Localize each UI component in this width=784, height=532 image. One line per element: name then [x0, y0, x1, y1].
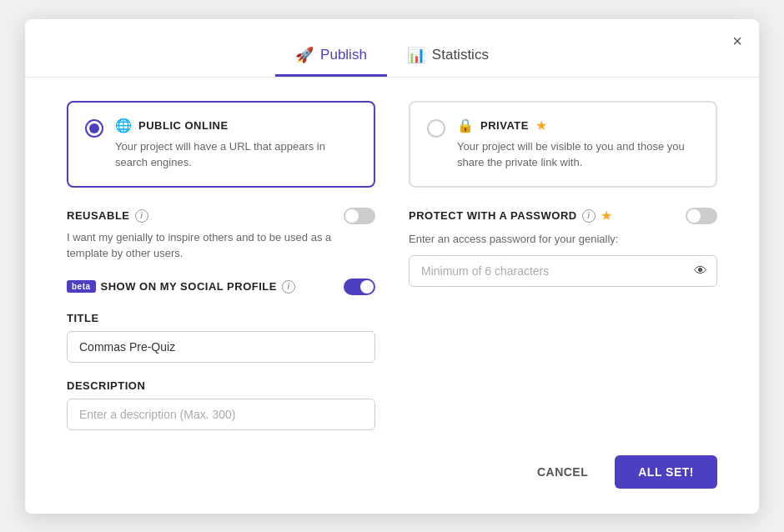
password-row: PROTECT WITH A PASSWORD i ★ [409, 208, 717, 224]
password-input-wrapper: 👁 [409, 255, 717, 287]
reusable-info-icon[interactable]: i [135, 209, 148, 223]
radio-public[interactable] [85, 119, 103, 138]
reusable-label: REUSABLE [67, 209, 130, 222]
modal-footer: CANCEL ALL SET! [25, 447, 759, 489]
col-right: 🔒 PRIVATE ★ Your project will be visible… [409, 101, 717, 188]
reusable-toggle[interactable] [344, 208, 375, 224]
password-label-group: PROTECT WITH A PASSWORD i ★ [409, 208, 612, 223]
cancel-button[interactable]: CANCEL [524, 457, 601, 487]
password-toggle-knob [687, 209, 701, 223]
allset-button[interactable]: ALL SET! [615, 455, 717, 489]
settings-row: REUSABLE i I want my genially to inspire… [67, 208, 717, 430]
option-private-title: PRIVATE [480, 119, 529, 132]
reusable-toggle-knob [345, 209, 359, 223]
option-card-private[interactable]: 🔒 PRIVATE ★ Your project will be visible… [409, 101, 717, 188]
reusable-section: REUSABLE i I want my genially to inspire… [67, 208, 375, 262]
radio-public-inner [89, 123, 99, 133]
password-sub-label: Enter an access password for your genial… [409, 231, 717, 248]
option-card-public[interactable]: 🌐 PUBLIC ONLINE Your project will have a… [67, 101, 375, 188]
password-star-icon: ★ [601, 208, 612, 223]
reusable-desc: I want my genially to inspire others and… [67, 229, 375, 262]
social-profile-section: beta SHOW ON MY SOCIAL PROFILE i [67, 279, 375, 295]
private-star-icon: ★ [535, 118, 547, 133]
radio-private[interactable] [427, 119, 445, 138]
publish-modal: 🚀 Publish 📊 Statistics × 🌐 [25, 19, 759, 514]
left-settings-col: REUSABLE i I want my genially to inspire… [67, 208, 375, 430]
password-label: PROTECT WITH A PASSWORD [409, 209, 577, 222]
option-private-title-row: 🔒 PRIVATE ★ [457, 118, 699, 133]
description-group: DESCRIPTION [67, 379, 375, 430]
social-profile-toggle-knob [360, 280, 374, 294]
tab-bar: 🚀 Publish 📊 Statistics [275, 36, 509, 77]
tab-publish-label: Publish [320, 47, 367, 63]
option-public-title-row: 🌐 PUBLIC ONLINE [115, 118, 357, 133]
option-public-desc: Your project will have a URL that appear… [115, 138, 357, 171]
reusable-row: REUSABLE i [67, 208, 375, 224]
option-cards-row: 🌐 PUBLIC ONLINE Your project will have a… [67, 101, 717, 188]
tab-statistics-label: Statistics [432, 47, 489, 63]
social-profile-info-icon[interactable]: i [282, 280, 295, 294]
password-section: PROTECT WITH A PASSWORD i ★ Enter an acc… [409, 208, 717, 288]
tab-publish[interactable]: 🚀 Publish [275, 36, 387, 77]
title-input[interactable] [67, 331, 375, 363]
close-button[interactable]: × [732, 33, 742, 49]
social-profile-label-group: beta SHOW ON MY SOCIAL PROFILE i [67, 280, 295, 294]
social-profile-label: SHOW ON MY SOCIAL PROFILE [101, 280, 277, 293]
beta-badge: beta [67, 280, 96, 293]
social-profile-toggle[interactable] [344, 279, 375, 295]
tab-statistics[interactable]: 📊 Statistics [387, 36, 509, 77]
title-label: TITLE [67, 312, 375, 324]
lock-icon: 🔒 [457, 118, 474, 133]
title-group: TITLE [67, 312, 375, 363]
social-profile-row: beta SHOW ON MY SOCIAL PROFILE i [67, 279, 375, 295]
option-public-content: 🌐 PUBLIC ONLINE Your project will have a… [115, 118, 357, 171]
eye-icon[interactable]: 👁 [694, 263, 707, 279]
password-info-icon[interactable]: i [582, 209, 596, 223]
password-input[interactable] [409, 255, 717, 287]
option-private-content: 🔒 PRIVATE ★ Your project will be visible… [457, 118, 699, 171]
right-settings-col: PROTECT WITH A PASSWORD i ★ Enter an acc… [409, 208, 717, 430]
reusable-label-group: REUSABLE i [67, 209, 148, 223]
col-left: 🌐 PUBLIC ONLINE Your project will have a… [67, 101, 375, 188]
option-public-title: PUBLIC ONLINE [138, 119, 229, 132]
modal-body: 🌐 PUBLIC ONLINE Your project will have a… [25, 78, 759, 447]
publish-icon: 🚀 [295, 46, 314, 64]
globe-icon: 🌐 [115, 118, 132, 133]
password-toggle[interactable] [686, 208, 717, 224]
statistics-icon: 📊 [407, 46, 425, 64]
description-label: DESCRIPTION [67, 379, 375, 392]
option-private-desc: Your project will be visible to you and … [457, 138, 699, 171]
description-input[interactable] [67, 399, 375, 430]
modal-header: 🚀 Publish 📊 Statistics × [25, 19, 759, 78]
